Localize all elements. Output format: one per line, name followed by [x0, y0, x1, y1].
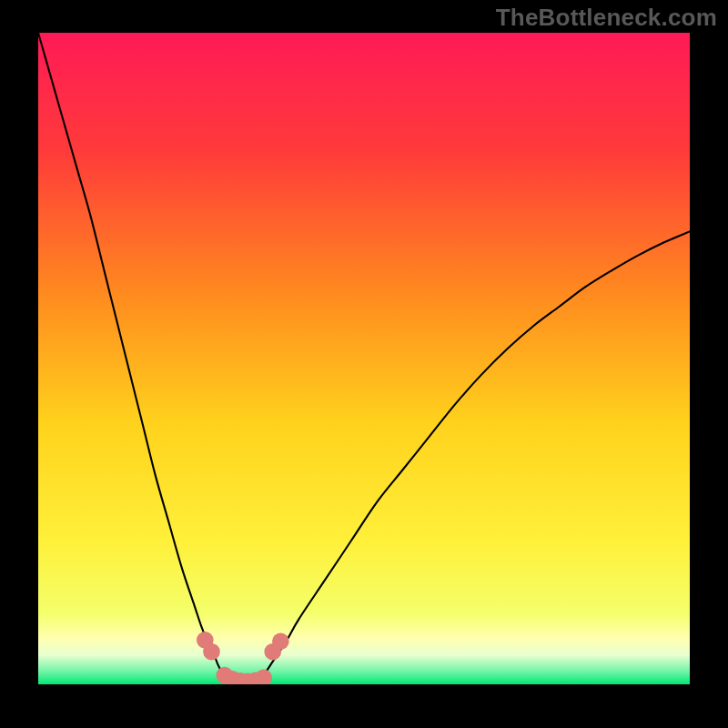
marker-right-upper-b — [272, 632, 289, 650]
watermark: TheBottleneck.com — [496, 4, 717, 32]
chart-background — [38, 33, 690, 684]
marker-left-upper-b — [203, 643, 220, 661]
chart-plot — [38, 33, 690, 684]
chart-svg — [38, 33, 690, 684]
chart-stage: TheBottleneck.com — [0, 0, 728, 728]
